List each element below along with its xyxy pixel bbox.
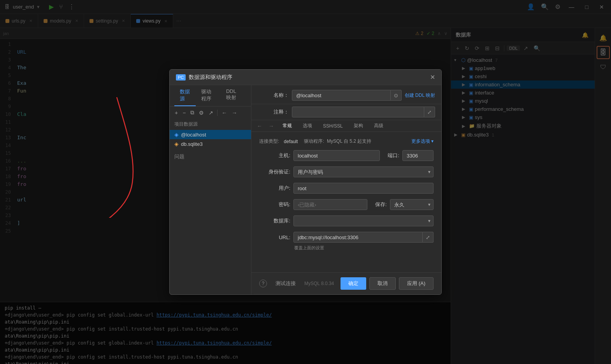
save-select-wrapper: 永久 (390, 199, 434, 210)
host-input[interactable] (293, 150, 380, 161)
ds-export-btn[interactable]: ↗ (207, 108, 215, 117)
cancel-btn[interactable]: 取消 (369, 277, 396, 290)
modal-title-icon: PC (176, 74, 186, 80)
mysql-version: MySQL 8.0.34 (304, 281, 334, 286)
ds-toolbar: + − ⧉ ⚙ ↗ ← → (170, 107, 251, 119)
tab-datasource[interactable]: 数据源 (174, 85, 196, 106)
sub-tab-general[interactable]: 常规 (278, 120, 297, 131)
problem-label: 问题 (174, 154, 184, 159)
annotation-arrow (39, 93, 140, 218)
ds-sqlite3-label: db.sqlite3 (181, 141, 203, 147)
modal-overlay: PC 数据源和驱动程序 ✕ 数据源 驱动程序 DDL 映射 + − ⧉ (0, 0, 611, 364)
ds-sqlite3-icon: ◈ (174, 141, 179, 147)
ds-localhost-icon: ◈ (174, 131, 179, 138)
datasource-modal: PC 数据源和驱动程序 ✕ 数据源 驱动程序 DDL 映射 + − ⧉ (169, 69, 442, 295)
save-label: 保存: (375, 201, 387, 208)
password-row: 密码: 保存: 永久 (259, 199, 434, 210)
test-connection-btn[interactable]: 测试连接 (272, 278, 300, 289)
modal-right-pane: 名称： ⊙ 创建 DDL 映射 注释： ⤢ (251, 85, 441, 294)
help-icon[interactable]: ? (259, 280, 267, 287)
save-select[interactable]: 永久 (390, 199, 434, 210)
modal-name-row: 名称： ⊙ 创建 DDL 映射 (251, 85, 441, 104)
modal-body-layout: 数据源 驱动程序 DDL 映射 + − ⧉ ⚙ ↗ ← → 项目数据源 (170, 85, 441, 294)
modal-notes-row: 注释： ⤢ (251, 104, 441, 120)
ds-item-localhost[interactable]: ◈ @localhost (170, 130, 251, 139)
auth-select[interactable]: 用户与密码 (293, 166, 434, 177)
tab-driver[interactable]: 驱动程序 (196, 85, 221, 106)
more-options-link[interactable]: 更多选项 ▾ (411, 138, 434, 145)
driver-label: 驱动程序: (304, 138, 324, 144)
modal-left-pane: 数据源 驱动程序 DDL 映射 + − ⧉ ⚙ ↗ ← → 项目数据源 (170, 85, 251, 294)
sub-tab-back[interactable]: ← (255, 122, 265, 130)
host-port-row: 主机: 端口: (259, 150, 434, 161)
modal-main-tabs: 数据源 驱动程序 DDL 映射 (170, 85, 251, 107)
connection-type-row: 连接类型: default 驱动程序: MySQL 自 5.2 起支持 更多选项… (259, 138, 434, 145)
driver-value: MySQL 自 5.2 起支持 (327, 138, 371, 144)
auth-select-wrapper: 用户与密码 (293, 166, 434, 177)
notes-expand-btn[interactable]: ⤢ (424, 107, 435, 117)
url-input-wrapper: ⤢ (293, 232, 434, 243)
database-select-wrapper (293, 215, 434, 226)
url-expand-btn[interactable]: ⤢ (423, 232, 434, 243)
sub-tab-schema[interactable]: 架构 (349, 120, 368, 131)
modal-header: PC 数据源和驱动程序 ✕ (170, 70, 441, 85)
modal-footer: ? 测试连接 MySQL 8.0.34 确定 取消 应用 (A) (251, 272, 441, 294)
user-row: 用户: (259, 183, 434, 194)
ds-list: ◈ @localhost ◈ db.sqlite3 (170, 128, 251, 150)
ds-add-btn[interactable]: + (173, 108, 180, 117)
pane-title-datasource: 项目数据源 (170, 119, 251, 128)
modal-title: PC 数据源和驱动程序 (176, 74, 232, 81)
password-input[interactable] (293, 199, 367, 210)
tab-ddl-map[interactable]: DDL 映射 (221, 85, 246, 106)
footer-left: ? 测试连接 MySQL 8.0.34 (259, 278, 334, 289)
name-input[interactable] (292, 90, 391, 101)
url-input[interactable] (293, 232, 423, 243)
modal-close-btn[interactable]: ✕ (430, 74, 435, 81)
sub-tab-ssh-ssl[interactable]: SSH/SSL (318, 121, 348, 131)
name-input-wrapper: ⊙ (292, 90, 402, 101)
url-row: URL: ⤢ (259, 232, 434, 243)
notes-input[interactable] (292, 107, 424, 117)
modal-title-text: 数据源和驱动程序 (189, 74, 232, 81)
url-label: URL: (259, 234, 290, 240)
ds-localhost-label: @localhost (181, 132, 206, 138)
confirm-btn[interactable]: 确定 (341, 277, 366, 290)
problem-section: 问题 (170, 150, 251, 163)
port-label: 端口: (388, 152, 399, 159)
create-ddl-link[interactable]: 创建 DDL 映射 (405, 92, 435, 99)
apply-btn[interactable]: 应用 (A) (399, 277, 434, 290)
notes-label: 注释： (258, 108, 289, 116)
database-row: 数据库: (259, 215, 434, 226)
sub-tab-forward[interactable]: → (266, 122, 276, 130)
conn-type-label: 连接类型: (259, 138, 279, 145)
host-label: 主机: (259, 152, 290, 159)
driver-info: 驱动程序: MySQL 自 5.2 起支持 (304, 138, 371, 145)
ds-item-sqlite3[interactable]: ◈ db.sqlite3 (170, 139, 251, 149)
ds-copy-btn[interactable]: ⧉ (188, 108, 196, 117)
modal-action-btns: 确定 取消 应用 (A) (341, 277, 434, 290)
notes-input-wrapper: ⤢ (292, 107, 435, 117)
port-input[interactable] (402, 150, 434, 161)
name-label: 名称： (258, 92, 289, 99)
ds-tool-sep (217, 110, 218, 116)
ds-back-btn[interactable]: ← (219, 108, 229, 117)
ds-remove-btn[interactable]: − (181, 108, 188, 117)
user-input[interactable] (293, 183, 434, 194)
url-hint: 覆盖上面的设置 (294, 245, 434, 251)
database-label: 数据库: (259, 217, 290, 224)
conn-type-value[interactable]: default (284, 139, 298, 144)
modal-form-body: 连接类型: default 驱动程序: MySQL 自 5.2 起支持 更多选项… (251, 132, 441, 272)
sub-tab-advanced[interactable]: 高级 (369, 120, 388, 131)
modal-sub-tabs-row: ← → 常规 选项 SSH/SSL 架构 高级 (251, 120, 441, 132)
auth-label: 身份验证: (259, 168, 290, 175)
auth-row: 身份验证: 用户与密码 (259, 166, 434, 177)
ds-settings-btn[interactable]: ⚙ (197, 108, 206, 117)
user-label: 用户: (259, 185, 290, 192)
ds-forward-btn[interactable]: → (230, 108, 239, 117)
password-label: 密码: (259, 201, 290, 208)
database-select[interactable] (293, 215, 434, 226)
sub-tab-options[interactable]: 选项 (298, 120, 317, 131)
name-input-btn[interactable]: ⊙ (391, 90, 402, 101)
